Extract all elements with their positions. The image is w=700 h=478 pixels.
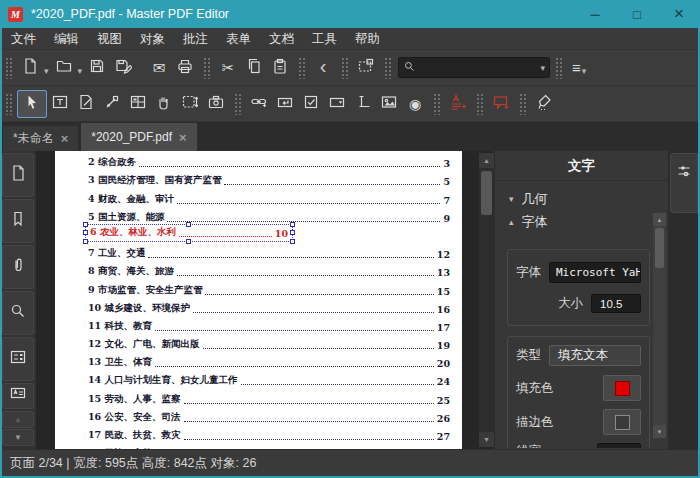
selection-handle[interactable] — [83, 222, 88, 227]
tab-untitled[interactable]: *未命名 × — [3, 126, 78, 151]
copy-button[interactable] — [241, 55, 267, 81]
save-as-button[interactable] — [110, 55, 136, 81]
panel-scroll-up-button[interactable]: ▲ — [653, 213, 666, 226]
stroke-color-button[interactable] — [603, 409, 641, 435]
forms-editor-button[interactable] — [125, 91, 151, 117]
font-family-input[interactable]: Microsoft YaHei — [549, 262, 641, 283]
selection-handle[interactable] — [290, 230, 295, 235]
scrollbar-thumb[interactable] — [481, 171, 492, 215]
highlighter-tool-button[interactable] — [531, 91, 557, 117]
toolbar-grip[interactable] — [5, 57, 12, 79]
select-area-tool-button[interactable] — [177, 91, 203, 117]
fill-color-button[interactable] — [603, 375, 641, 401]
selection-handle[interactable] — [290, 222, 295, 227]
select-tool-button[interactable] — [17, 90, 47, 118]
sidebar-scroll-down-button[interactable]: ▼ — [2, 429, 34, 446]
toolbar-grip[interactable] — [234, 93, 241, 115]
back-button[interactable]: ‹ — [310, 55, 336, 81]
tab-2020-pdf[interactable]: *2020_PDF.pdf × — [81, 123, 196, 151]
scroll-up-button[interactable]: ▲ — [479, 153, 494, 168]
toolbar-menu-button[interactable]: ≡▾ — [567, 55, 593, 81]
add-link-button[interactable] — [246, 91, 272, 117]
edit-text-tool-button[interactable] — [47, 91, 73, 117]
listbox-field-button[interactable] — [350, 91, 376, 117]
scroll-down-button[interactable]: ▼ — [479, 432, 494, 447]
open-file-button[interactable] — [51, 55, 77, 81]
minimize-button[interactable]: ─ — [574, 0, 616, 28]
selected-text-object[interactable]: 6 农业、林业、水利10 — [85, 224, 293, 242]
hand-tool-button[interactable] — [151, 91, 177, 117]
panel-scroll-down-button[interactable]: ▼ — [653, 425, 666, 438]
search-box[interactable]: ▾ — [398, 57, 550, 78]
document-viewport[interactable]: 2 综合政务3 3 国民经济管理、国有资产监管5 4 财政、金融、审计7 5 国… — [36, 151, 494, 449]
toolbar-grip[interactable] — [384, 57, 391, 79]
sidebar-attachments-button[interactable] — [2, 245, 34, 289]
menu-forms[interactable]: 表单 — [217, 28, 260, 50]
snapshot-button[interactable] — [353, 55, 379, 81]
panel-scrollbar-thumb[interactable] — [655, 228, 664, 268]
edit-path-tool-button[interactable] — [99, 91, 125, 117]
selection-handle[interactable] — [83, 230, 88, 235]
sidebar-page-thumbnails-button[interactable] — [2, 153, 34, 197]
tab-close-icon[interactable]: × — [61, 131, 69, 146]
document-scrollbar[interactable]: ▲ ▼ — [479, 153, 494, 447]
search-icon — [403, 59, 416, 77]
menu-edit[interactable]: 编辑 — [45, 28, 88, 50]
sidebar-bookmarks-button[interactable] — [2, 199, 34, 243]
combobox-field-button[interactable] — [324, 91, 350, 117]
search-dropdown-arrow[interactable]: ▾ — [541, 63, 546, 73]
sidebar-search-button[interactable] — [2, 291, 34, 335]
new-dropdown-arrow[interactable]: ▾ — [44, 66, 49, 76]
checkbox-field-button[interactable] — [298, 91, 324, 117]
line-width-input[interactable]: 1 — [597, 443, 641, 448]
new-document-button[interactable] — [17, 55, 43, 81]
menu-tools[interactable]: 工具 — [303, 28, 346, 50]
paste-button[interactable] — [267, 55, 293, 81]
selection-handle[interactable] — [290, 239, 295, 244]
menu-view[interactable]: 视图 — [88, 28, 131, 50]
edit-document-tool-button[interactable] — [73, 91, 99, 117]
email-button[interactable]: ✉ — [146, 55, 172, 81]
print-button[interactable] — [172, 55, 198, 81]
add-text-annotation-button[interactable] — [445, 91, 471, 117]
section-font[interactable]: ▴ 字体 — [495, 210, 668, 233]
toolbar-grip[interactable] — [203, 57, 210, 79]
sidebar-form-fields-button[interactable] — [2, 337, 34, 381]
open-dropdown-arrow[interactable]: ▾ — [78, 66, 83, 76]
add-callout-annotation-button[interactable] — [488, 91, 514, 117]
radio-button-field-button[interactable]: ◉ — [402, 91, 428, 117]
search-input[interactable] — [416, 61, 540, 75]
cut-button[interactable]: ✂ — [215, 55, 241, 81]
properties-toggle-tab[interactable] — [670, 153, 698, 213]
menu-annotate[interactable]: 批注 — [174, 28, 217, 50]
toc-page: 24 — [437, 376, 450, 387]
screenshot-tool-button[interactable] — [203, 91, 229, 117]
toolbar-grip[interactable] — [555, 57, 562, 79]
text-type-select[interactable]: 填充文本 — [549, 345, 641, 366]
save-button[interactable] — [84, 55, 110, 81]
font-size-input[interactable]: 10.5 — [591, 294, 641, 313]
close-button[interactable]: × — [658, 0, 700, 28]
menu-object[interactable]: 对象 — [131, 28, 174, 50]
toolbar-grip[interactable] — [519, 93, 526, 115]
toc-row: 10 城乡建设、环境保护16 — [55, 299, 462, 317]
menu-document[interactable]: 文档 — [260, 28, 303, 50]
sidebar-signatures-button[interactable] — [2, 383, 34, 409]
toolbar-grip[interactable] — [298, 57, 305, 79]
toolbar-grip[interactable] — [433, 93, 440, 115]
toolbar-grip[interactable] — [5, 93, 12, 115]
toolbar-grip[interactable] — [341, 57, 348, 79]
selection-handle[interactable] — [186, 239, 191, 244]
tab-close-icon[interactable]: × — [179, 130, 187, 145]
menu-help[interactable]: 帮助 — [346, 28, 389, 50]
sidebar-scroll-up-button[interactable]: ▲ — [2, 411, 34, 428]
panel-scrollbar[interactable]: ▲ ▼ — [653, 213, 666, 438]
text-field-button[interactable] — [272, 91, 298, 117]
selection-handle[interactable] — [186, 222, 191, 227]
toolbar-grip[interactable] — [476, 93, 483, 115]
section-geometry[interactable]: ▾ 几何 — [495, 187, 668, 210]
menu-file[interactable]: 文件 — [2, 28, 45, 50]
maximize-button[interactable]: □ — [616, 0, 658, 28]
selection-handle[interactable] — [83, 239, 88, 244]
image-field-button[interactable] — [376, 91, 402, 117]
